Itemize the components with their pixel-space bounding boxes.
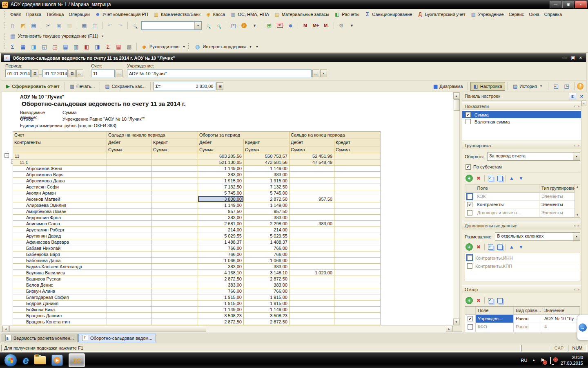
menu-item[interactable]: Σ Санкционирование: [362, 10, 414, 19]
move-down-icon[interactable]: ▼: [517, 175, 525, 182]
menu-item[interactable]: ▦ Учреждение: [468, 10, 506, 19]
chevron-right-icon[interactable]: »: [577, 287, 579, 292]
minimize-button[interactable]: —: [550, 1, 561, 8]
chevron-right-icon[interactable]: »: [577, 224, 579, 228]
toolbar-icon[interactable]: ◨: [92, 42, 102, 52]
toolbar-icon[interactable]: [260, 20, 264, 30]
checkbox[interactable]: [467, 210, 472, 215]
toolbar-icon[interactable]: ▾: [249, 20, 260, 30]
scroll-down-icon[interactable]: ▼: [453, 319, 459, 325]
table-row[interactable]: Бабенкова Варя 766,00 766,00: [13, 251, 381, 258]
table-row[interactable]: 11 603 205,56 550 753,57 52 451,99: [13, 153, 381, 159]
toolbar-icon[interactable]: ▣: [54, 20, 64, 30]
add-icon[interactable]: +: [466, 175, 473, 182]
toolbar-grip[interactable]: [3, 32, 5, 40]
toolbar-icon[interactable]: M-: [321, 20, 332, 30]
chevron-right-icon[interactable]: »: [577, 104, 579, 108]
checkbox[interactable]: [467, 202, 472, 207]
chevron-right-icon[interactable]: »: [577, 144, 579, 148]
restore-button[interactable]: ▣: [562, 1, 574, 8]
menu-item[interactable]: Окна: [526, 11, 542, 18]
toolbar-icon[interactable]: ◳: [561, 81, 572, 91]
panel-settings-icon[interactable]: ◧: [569, 93, 576, 99]
toolbar-icon[interactable]: [332, 20, 336, 30]
grouping-row[interactable]: Договоры и иные о... Элементы: [465, 209, 580, 217]
save-as-button[interactable]: ▤ Сохранить как...: [102, 82, 148, 91]
table-row[interactable]: Арустамян Роберт 214,00 214,00: [13, 227, 381, 233]
search-input[interactable]: [142, 22, 194, 29]
menu-item[interactable]: Правка: [24, 11, 44, 18]
table-row[interactable]: Бадма-Халгаев Александр 383,00 383,00: [13, 264, 381, 270]
by-subaccounts-checkbox-row[interactable]: По субсчетам: [466, 163, 580, 173]
chevron-down-icon[interactable]: ▾: [182, 45, 186, 49]
section-selection-header[interactable]: Отбор « » ▼: [462, 285, 587, 293]
table-row[interactable]: Биркун Алина 766,00 766,00: [13, 288, 381, 294]
scroll-up-icon[interactable]: ▲: [453, 92, 459, 99]
toolbar-icon[interactable]: ▩: [124, 42, 134, 52]
print-button[interactable]: ▦ Печать...: [67, 82, 98, 91]
menu-item[interactable]: ◧ Расчеты: [332, 10, 362, 19]
delete-icon[interactable]: ✖: [475, 243, 482, 251]
delete-icon[interactable]: ✖: [475, 297, 482, 304]
menu-item[interactable]: ▥ Казначейство/Банк: [151, 10, 203, 19]
table-row[interactable]: Акопян Армен 5 745,00 5 745,00: [13, 190, 381, 196]
chevron-left-icon[interactable]: «: [574, 104, 576, 108]
table-row[interactable]: Андрюшин Фрол 383,00 383,00: [13, 215, 381, 221]
onec-taskbar-button[interactable]: 1С: [69, 353, 85, 367]
menu-item[interactable]: Таблица: [44, 11, 66, 18]
toolbar-icon[interactable]: ◲: [50, 42, 60, 52]
chevron-left-icon[interactable]: «: [574, 287, 576, 292]
table-row[interactable]: Арутюнян Давид 5 029,55 5 029,55: [13, 233, 381, 239]
selection-row[interactable]: Учрежден... Равно АОУ № 10 "Лу...: [465, 315, 580, 323]
table-row[interactable]: Бойкова Вика. 1 149,00 1 149,00: [13, 307, 381, 313]
toolbar-icon[interactable]: [296, 20, 300, 30]
close-button[interactable]: ×: [575, 1, 587, 8]
close-icon[interactable]: ×: [579, 55, 582, 61]
explorer-folder-icon[interactable]: [34, 356, 46, 364]
grid-scrollbar[interactable]: ▲▼: [575, 184, 580, 217]
toolbar-icon[interactable]: [100, 20, 104, 30]
history-button[interactable]: ▤ История ▾: [510, 82, 546, 91]
checkbox[interactable]: [468, 316, 473, 321]
minimize-icon[interactable]: —: [562, 55, 567, 61]
start-button[interactable]: [4, 354, 17, 367]
toolbar-icon[interactable]: ✂: [43, 20, 53, 30]
table-row[interactable]: Брацюнь Даниил 3 508,23 3 508,23: [13, 313, 381, 319]
menu-item[interactable]: ▤ Материальные запасы: [272, 10, 332, 19]
table-row[interactable]: Алирзаева Эмилия 1 149,00 1 149,00: [13, 202, 381, 209]
toolbar-icon[interactable]: ○: [214, 20, 224, 30]
toolbar-icon[interactable]: ↶: [105, 20, 115, 30]
toolbar-icon[interactable]: ⚙: [336, 20, 346, 30]
toolbar-icon[interactable]: ◫: [90, 20, 100, 30]
toolbar-icon[interactable]: ▤: [114, 42, 124, 52]
internet-support-button[interactable]: ◍ Интернет-поддержка ▾: [192, 43, 254, 51]
toolbar-icon[interactable]: ▤: [29, 20, 39, 30]
toolbar-icon[interactable]: ▯: [7, 20, 18, 30]
turnover-select[interactable]: За период отчета ▾: [487, 152, 580, 161]
toolbar-icon[interactable]: ◧: [82, 42, 92, 52]
network-icon[interactable]: [550, 358, 551, 363]
toolbar-icon[interactable]: ◨: [29, 42, 39, 52]
tray-expand-icon[interactable]: ▲: [532, 359, 535, 362]
toolbar-icon[interactable]: ▥: [71, 42, 81, 52]
toolbar-icon[interactable]: M+: [311, 20, 321, 30]
toolbar-icon[interactable]: ▾: [347, 20, 357, 30]
calculator-icon[interactable]: ⊞: [216, 82, 223, 90]
toolbar-icon[interactable]: ☻: [285, 20, 296, 30]
table-row[interactable]: Афанасова Варвара 1 488,37 1 488,37: [13, 239, 381, 245]
toolbar-icon[interactable]: ○: [203, 20, 213, 30]
scroll-right-icon[interactable]: ►: [446, 326, 452, 332]
chevron-down-icon[interactable]: ▾: [101, 34, 105, 38]
toolbar-icon[interactable]: [39, 20, 43, 30]
window-tab[interactable]: Оборотно-сальдовая ведом...: [78, 334, 156, 342]
section-additional-header[interactable]: Дополнительные данные « » ▼: [462, 222, 587, 229]
selection-row[interactable]: КФО Равно 4: [465, 323, 580, 331]
menu-item[interactable]: ▦ ОС, НМА, НПА: [227, 10, 271, 19]
grouping-row[interactable]: Контрагенты Элементы: [465, 201, 580, 209]
horizontal-scrollbar[interactable]: ◄ ►: [2, 325, 453, 332]
check-all-icon[interactable]: [487, 243, 494, 251]
scroll-left-icon[interactable]: ◄: [2, 326, 9, 332]
move-up-icon[interactable]: ▲: [508, 243, 515, 251]
add-icon[interactable]: +: [466, 297, 473, 304]
chevron-left-icon[interactable]: «: [574, 224, 576, 228]
